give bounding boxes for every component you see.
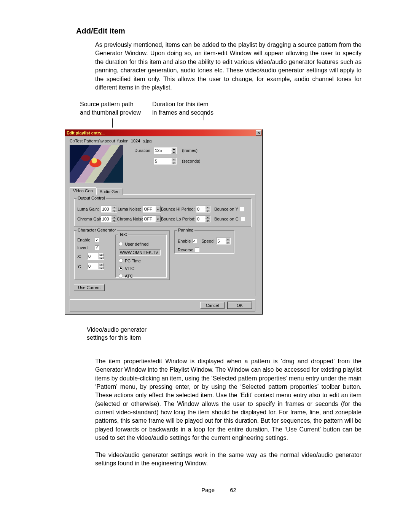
- seconds-unit: (seconds): [177, 159, 200, 163]
- intro-paragraph: As previously mentioned, items can be ad…: [95, 41, 362, 92]
- bounce-c-label: Bounce on C: [210, 217, 239, 221]
- text-pctime-label: PC Time: [125, 259, 141, 263]
- spin-up-icon[interactable]: [112, 206, 116, 209]
- callout-genset-2: settings for this item: [87, 334, 362, 342]
- close-icon[interactable]: ✕: [256, 130, 261, 136]
- duration-frames-stepper[interactable]: [154, 147, 177, 154]
- paragraph-3: The video/audio generator settings work …: [95, 451, 362, 468]
- group-title: Output Control: [76, 196, 106, 200]
- bounce-lo-stepper[interactable]: [196, 216, 210, 222]
- text-user-defined-label: User defined: [125, 242, 148, 246]
- leader-line: [103, 314, 103, 324]
- spin-up-icon[interactable]: [205, 206, 210, 209]
- chargen-x-label: X:: [77, 254, 87, 259]
- text-pctime-radio[interactable]: [119, 259, 123, 263]
- spin-down-icon[interactable]: [171, 161, 176, 164]
- group-title: Panning: [177, 228, 194, 232]
- bounce-y-checkbox[interactable]: [240, 207, 244, 211]
- page-footer: Page62: [76, 487, 362, 493]
- spin-up-icon[interactable]: [225, 238, 230, 241]
- duration-seconds-input[interactable]: [154, 158, 171, 164]
- panning-group: Panning Enable ✓ Speed: Reverse: [174, 230, 234, 253]
- callout-source-1: Source pattern path: [80, 100, 152, 109]
- spin-down-icon[interactable]: [99, 266, 104, 269]
- callout-duration-2: in frames and seconds: [152, 109, 228, 117]
- callout-row-top: Source pattern path and thumbnail previe…: [80, 100, 362, 127]
- section-heading: Add/Edit item: [76, 27, 362, 35]
- text-group: Text User defined PC Time VITC ATC: [115, 235, 166, 277]
- video-gen-panel: Output Control Luma Gain: Luma Noise: Bo…: [70, 194, 255, 296]
- ok-button[interactable]: OK: [228, 302, 252, 309]
- spin-down-icon[interactable]: [112, 219, 116, 222]
- spin-up-icon[interactable]: [99, 253, 104, 256]
- edit-playlist-entry-dialog: Edit playlist entry... ✕ C:\Test Pattern…: [65, 129, 263, 314]
- chargen-enable-checkbox[interactable]: ✓: [95, 238, 99, 242]
- luma-gain-label: Luma Gain:: [77, 207, 101, 211]
- spin-up-icon[interactable]: [171, 158, 176, 161]
- dialog-button-row: Cancel OK: [70, 299, 255, 312]
- leader-line: [204, 111, 204, 120]
- chargen-y-label: Y:: [77, 264, 87, 268]
- spin-down-icon[interactable]: [205, 219, 210, 222]
- page-label: Page: [201, 487, 215, 493]
- duration-frames-input[interactable]: [154, 147, 171, 153]
- spin-down-icon[interactable]: [112, 209, 116, 212]
- spin-down-icon[interactable]: [225, 241, 230, 244]
- duration-seconds-stepper[interactable]: [154, 158, 177, 165]
- panning-enable-label: Enable: [178, 239, 191, 243]
- spin-down-icon[interactable]: [171, 150, 176, 153]
- text-user-defined-radio[interactable]: [119, 242, 123, 246]
- tab-video-gen[interactable]: Video Gen: [70, 187, 96, 195]
- output-control-group: Output Control Luma Gain: Luma Noise: Bo…: [74, 198, 251, 227]
- chroma-gain-label: Chroma Gain:: [77, 217, 101, 221]
- bounce-hi-stepper[interactable]: [196, 206, 210, 212]
- text-atc-radio[interactable]: [119, 274, 123, 278]
- chevron-down-icon[interactable]: [155, 206, 161, 212]
- luma-noise-label: Luma Noise:: [117, 207, 143, 211]
- source-thumbnail: [70, 145, 123, 183]
- source-path: C:\Test Patterns\wipeout_fusion_1024_a.j…: [70, 138, 261, 145]
- callout-duration-1: Duration for this item: [152, 100, 228, 109]
- group-title: Text: [118, 232, 128, 236]
- bounce-lo-label: Bounce Lo Period:: [161, 217, 196, 221]
- chargen-x-stepper[interactable]: [87, 253, 104, 260]
- cancel-button[interactable]: Cancel: [200, 302, 225, 309]
- bounce-hi-label: Bounce Hi Period:: [161, 207, 196, 211]
- tab-audio-gen[interactable]: Audio Gen: [96, 188, 123, 195]
- chargen-invert-checkbox[interactable]: ✓: [95, 245, 99, 250]
- spin-down-icon[interactable]: [205, 209, 210, 212]
- chevron-down-icon[interactable]: [155, 216, 161, 222]
- spin-up-icon[interactable]: [99, 263, 104, 266]
- spin-up-icon[interactable]: [112, 216, 116, 219]
- luma-gain-stepper[interactable]: [101, 206, 117, 212]
- title-bar: Edit playlist entry... ✕: [65, 129, 262, 136]
- panning-speed-stepper[interactable]: [216, 238, 231, 244]
- character-generator-group: Character Generator Enable✓ Invert✓ X: Y…: [74, 230, 170, 280]
- chargen-invert-label: Invert: [77, 245, 93, 250]
- chroma-noise-combo[interactable]: [143, 216, 161, 222]
- text-user-defined-input[interactable]: [119, 249, 161, 256]
- bounce-y-label: Bounce on Y: [210, 207, 238, 211]
- panning-reverse-checkbox[interactable]: [195, 248, 199, 252]
- chroma-gain-stepper[interactable]: [101, 216, 117, 222]
- chroma-noise-label: Chroma Noise:: [117, 217, 143, 221]
- panning-speed-label: Speed:: [197, 239, 216, 243]
- text-vitc-label: VITC: [125, 266, 134, 271]
- panning-enable-checkbox[interactable]: ✓: [192, 239, 197, 243]
- bounce-c-checkbox[interactable]: [240, 217, 245, 221]
- duration-label: Duration:: [132, 148, 154, 153]
- use-current-button[interactable]: Use Current: [74, 284, 105, 291]
- spin-up-icon[interactable]: [171, 147, 176, 150]
- page-number: 62: [230, 487, 236, 493]
- spin-up-icon[interactable]: [205, 216, 210, 219]
- paragraph-2: The item properties/edit Window is displ…: [95, 357, 362, 443]
- leader-line: [112, 118, 113, 128]
- panning-reverse-label: Reverse: [178, 248, 193, 252]
- text-vitc-radio[interactable]: [119, 266, 123, 270]
- chargen-enable-label: Enable: [77, 238, 93, 242]
- group-title: Character Generator: [76, 228, 117, 232]
- spin-down-icon[interactable]: [99, 256, 104, 259]
- text-atc-label: ATC: [125, 274, 133, 278]
- chargen-y-stepper[interactable]: [87, 263, 104, 270]
- luma-noise-combo[interactable]: [143, 206, 161, 212]
